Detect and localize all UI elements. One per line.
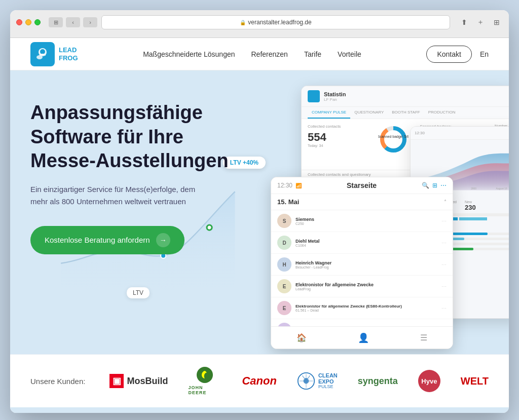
customers-bar: Unsere Kunden: ▣ MosBuild JOHN DEERE bbox=[10, 354, 509, 407]
browser-controls: ⊞ ‹ › bbox=[49, 17, 97, 27]
profile-icon[interactable]: ☰ bbox=[420, 333, 427, 342]
traffic-lights bbox=[16, 19, 41, 25]
hero-subtitle: Ein einzigartiger Service für Mess(e)erf… bbox=[30, 183, 203, 208]
language-switcher[interactable]: En bbox=[480, 50, 489, 58]
svg-text:Scanned badge: 5/8: Scanned badge: 5/8 bbox=[378, 135, 409, 139]
tab-company-pulse[interactable]: COMPANY PULSE bbox=[308, 107, 350, 119]
extensions-button[interactable]: ⊞ bbox=[491, 16, 503, 28]
logo-mosbuild: ▣ MosBuild bbox=[109, 374, 168, 388]
cta-button[interactable]: Kostenlose Beratung anfordern → bbox=[30, 226, 184, 254]
clean-expo-text: CLEAN EXPO PULSE bbox=[318, 372, 338, 390]
nav-link-tarife[interactable]: Tarife bbox=[304, 50, 321, 58]
date-label: 15. Mai bbox=[277, 198, 299, 206]
close-button[interactable] bbox=[16, 19, 22, 25]
item-info: Elektronistor für allgemeine Zwecke (ES8… bbox=[295, 304, 437, 312]
svg-text:August 16: August 16 bbox=[496, 187, 507, 190]
tab-questionary[interactable]: QUESTIONARY bbox=[350, 107, 388, 119]
contacts-list: S Siemens C250 ⋯ D Diehl Metal C1064 bbox=[271, 210, 453, 341]
nav-link-vorteile[interactable]: Vorteile bbox=[338, 50, 361, 58]
list-item[interactable]: E Elektronistor für allgemeine Zwecke (E… bbox=[271, 297, 453, 319]
browser-chrome: ⊞ ‹ › 🔒 veranstalter.leadfrog.de ⬆ ＋ ⊞ bbox=[10, 10, 509, 38]
share-button[interactable]: ⬆ bbox=[458, 16, 470, 28]
app-mockup: Statistin LF Pan COMPANY PULSE QUESTIONA… bbox=[271, 86, 509, 349]
item-info: Diehl Metal C1064 bbox=[295, 239, 437, 247]
screen1-logo bbox=[308, 90, 320, 102]
customers-logos: ▣ MosBuild JOHN DEERE Canon bbox=[109, 367, 489, 395]
svg-point-14 bbox=[304, 378, 309, 384]
kontakt-button[interactable]: Kontakt bbox=[426, 46, 471, 63]
mosbuild-icon: ▣ bbox=[109, 374, 124, 388]
address-bar[interactable]: 🔒 veranstalter.leadfrog.de bbox=[101, 15, 450, 29]
avatar: S bbox=[277, 214, 291, 228]
screen1-subtitle: LF Pan bbox=[324, 97, 346, 102]
svg-point-2 bbox=[36, 55, 43, 59]
svg-text:2800: 2800 bbox=[471, 187, 476, 190]
item-info: Elektronistor für allgemeine Zwecke Lead… bbox=[295, 282, 437, 291]
logo-welt: WELT bbox=[461, 375, 489, 387]
nav-link-loesungen[interactable]: Maßgeschneiderte Lösungen bbox=[143, 50, 235, 58]
item-action[interactable]: ⋯ bbox=[441, 284, 447, 289]
bottom-nav: 🏠 👤 ☰ bbox=[271, 326, 453, 349]
avatar: E bbox=[277, 301, 291, 315]
clean-expo-icon bbox=[297, 372, 315, 390]
tab-icon[interactable]: ⊞ bbox=[49, 17, 63, 27]
forward-button[interactable]: › bbox=[83, 17, 97, 27]
svg-point-1 bbox=[40, 49, 45, 54]
hero-section: Anpassungsfähige Software für Ihre Messe… bbox=[10, 70, 509, 354]
logo-icon bbox=[30, 42, 55, 66]
list-item[interactable]: H Heinrich Wagner Besucher - LeadFrog ⋯ bbox=[271, 254, 453, 276]
cta-arrow-icon: → bbox=[156, 233, 170, 247]
customers-label: Unsere Kunden: bbox=[30, 377, 85, 386]
nav-links: Maßgeschneiderte Lösungen Referenzen Tar… bbox=[143, 50, 361, 58]
list-item[interactable]: S Siemens C250 ⋯ bbox=[271, 210, 453, 232]
item-info: Heinrich Wagner Besucher - LeadFrog bbox=[295, 260, 437, 269]
list-item[interactable]: D Diehl Metal C1064 ⋯ bbox=[271, 232, 453, 254]
nav-right: Kontakt En bbox=[426, 46, 489, 63]
deere-icon bbox=[197, 367, 213, 383]
screen1-title: Statistin bbox=[324, 91, 346, 97]
new-tab-button[interactable]: ＋ bbox=[474, 16, 487, 28]
filter-icon[interactable]: ⊞ bbox=[432, 182, 437, 189]
avatar: H bbox=[277, 257, 291, 272]
syngenta-text: syngenta bbox=[358, 376, 398, 387]
expand-icon[interactable]: ˄ bbox=[444, 199, 447, 205]
logo-clean-expo: CLEAN EXPO PULSE bbox=[297, 372, 338, 390]
more-icon[interactable]: ⋯ bbox=[440, 182, 447, 189]
tab-production[interactable]: PRODUCTION bbox=[424, 107, 460, 119]
browser-window: ⊞ ‹ › 🔒 veranstalter.leadfrog.de ⬆ ＋ ⊞ bbox=[10, 10, 509, 413]
welt-text: WELT bbox=[461, 375, 489, 387]
nav-link-referenzen[interactable]: Referenzen bbox=[251, 50, 287, 58]
date-row: 15. Mai ˄ bbox=[271, 194, 453, 210]
back-button[interactable]: ‹ bbox=[66, 17, 80, 27]
hyve-badge: Hyve bbox=[418, 370, 440, 392]
home-icon[interactable]: 🏠 bbox=[296, 333, 307, 342]
item-info: Siemens C250 bbox=[295, 217, 437, 225]
item-action[interactable]: ⋯ bbox=[441, 218, 447, 224]
screen3-header: 12:30 bbox=[411, 127, 509, 140]
list-item[interactable]: E Elektronistor für allgemeine Zwecke Le… bbox=[271, 276, 453, 297]
contacts-icon[interactable]: 👤 bbox=[358, 332, 369, 343]
donut-chart: Scanned badge: 5/8 bbox=[378, 124, 414, 165]
screen1-tabs: COMPANY PULSE QUESTIONARY BOOTH STAFF PR… bbox=[302, 107, 509, 119]
navigation: LEAD FROG Maßgeschneiderte Lösungen Refe… bbox=[10, 38, 509, 70]
app-screen-mobile: 12:30 📶 Starseite 🔍 ⊞ ⋯ bbox=[271, 177, 453, 349]
lock-icon: 🔒 bbox=[240, 20, 246, 25]
logo-canon: Canon bbox=[242, 374, 276, 388]
logo-text: LEAD FROG bbox=[59, 46, 78, 62]
canon-text: Canon bbox=[242, 374, 276, 388]
item-action[interactable]: ⋯ bbox=[441, 262, 447, 268]
logo-john-deere: JOHN DEERE bbox=[188, 367, 221, 395]
avatar: D bbox=[277, 236, 291, 250]
item-action[interactable]: ⋯ bbox=[441, 306, 447, 311]
browser-actions: ⬆ ＋ ⊞ bbox=[458, 16, 503, 28]
hero-title: Anpassungsfähige Software für Ihre Messe… bbox=[30, 101, 243, 173]
tab-booth-staff[interactable]: BOOTH STAFF bbox=[388, 107, 424, 119]
search-icon[interactable]: 🔍 bbox=[422, 182, 429, 189]
cta-label: Kostenlose Beratung anfordern bbox=[45, 236, 150, 244]
hero-content: Anpassungsfähige Software für Ihre Messe… bbox=[30, 101, 243, 334]
screen2-title: Starseite bbox=[347, 181, 377, 189]
item-action[interactable]: ⋯ bbox=[441, 240, 447, 246]
minimize-button[interactable] bbox=[25, 19, 31, 25]
maximize-button[interactable] bbox=[34, 19, 41, 25]
logo[interactable]: LEAD FROG bbox=[30, 42, 78, 66]
